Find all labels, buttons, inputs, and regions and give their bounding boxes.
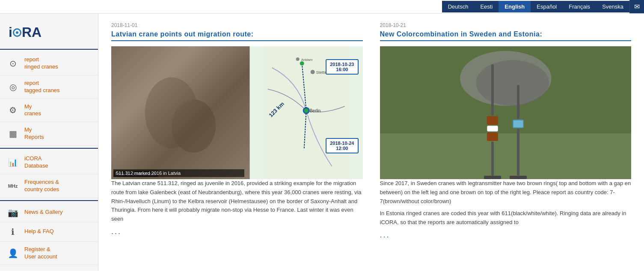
lang-english[interactable]: English [499, 1, 531, 12]
sidebar-label-my-cranes: Mycranes [24, 103, 41, 118]
sidebar-item-report-tagged[interactable]: ◎ reporttagged cranes [0, 75, 98, 99]
article-latvian-crane: 2018-11-01 Latvian crane points out migr… [111, 22, 363, 240]
help-faq-icon: ℹ [6, 227, 19, 237]
sidebar-label-my-reports: MyReports [24, 126, 44, 141]
article-1-title: Latvian crane points out migration route… [111, 30, 363, 41]
map-label: 511.312 marked 2016 in Latvia [116, 171, 181, 176]
article-sweden-estonia: 2018-10-21 New Colorcombination in Swede… [380, 22, 632, 240]
crane-photo: Foto: G. Schlotzhauer [111, 46, 249, 179]
sidebar-item-news-gallery[interactable]: 📷 News & Gallery [0, 203, 98, 222]
lang-svenska[interactable]: Svenska [596, 1, 629, 12]
article-2-image [380, 46, 632, 179]
lang-francais[interactable]: Français [563, 1, 596, 12]
top-bar: Deutsch Eesti English Español Français S… [0, 0, 644, 14]
article-2-more[interactable]: ... [380, 231, 632, 240]
lang-espanol[interactable]: Español [531, 1, 563, 12]
map-date-2: 2018-10-24 [330, 141, 354, 146]
sidebar-label-icora-db: iCORADatabase [24, 155, 48, 170]
sidebar-divider-2 [0, 200, 98, 201]
frequences-icon: MHz [6, 183, 19, 189]
svg-point-5 [311, 70, 315, 74]
my-cranes-icon: ⚙ [6, 105, 19, 115]
sidebar-item-my-cranes[interactable]: ⚙ Mycranes [0, 99, 98, 123]
map-info-label: 511.312 marked 2016 in Latvia [113, 169, 244, 177]
sidebar-label-frequences: Frequences &country codes [24, 179, 59, 193]
main-content: 2018-11-01 Latvian crane points out migr… [98, 14, 644, 271]
article-1-image: Foto: G. Schlotzhauer 511.312 marked 201… [111, 46, 363, 179]
lang-eesti[interactable]: Eesti [474, 1, 499, 12]
article-2-text1: Since 2017, in Sweden cranes with legtra… [380, 179, 632, 206]
map-time-1: 16:00 [336, 67, 348, 72]
article-1-date: 2018-11-01 [111, 22, 363, 28]
article-2-text2: In Estonia ringed cranes are coded this … [380, 209, 632, 227]
sidebar-divider-top [0, 49, 98, 50]
sidebar-item-my-reports[interactable]: ▦ MyReports [0, 122, 98, 146]
articles-grid: 2018-11-01 Latvian crane points out migr… [111, 22, 631, 240]
sidebar: iRA ⊙ reportringed cranes ◎ reporttagged… [0, 14, 98, 271]
svg-text:Anklam: Anklam [301, 58, 313, 62]
language-bar: Deutsch Eesti English Español Français S… [442, 1, 629, 12]
icora-db-icon: 📊 [6, 158, 19, 167]
map-area: Berlin Stettin Anklam [249, 46, 362, 179]
my-reports-icon: ▦ [6, 129, 19, 139]
map-time-2: 12:00 [336, 146, 348, 151]
news-gallery-icon: 📷 [6, 207, 19, 218]
article-2-date: 2018-10-21 [380, 22, 632, 28]
svg-point-1 [172, 99, 216, 153]
sidebar-divider-mid [0, 148, 98, 149]
sidebar-item-register[interactable]: 👤 Register &User account [0, 242, 98, 265]
map-date-box-2: 2018-10-24 12:00 [326, 138, 358, 153]
map-date-box-1: 2018-10-23 16:00 [326, 59, 358, 75]
svg-point-11 [300, 61, 304, 66]
sidebar-item-help-faq[interactable]: ℹ Help & FAQ [0, 222, 98, 242]
logo-o-icon [13, 28, 21, 37]
sidebar-label-help-faq: Help & FAQ [24, 228, 54, 235]
article-1-text: The Latvian crane 511.312, ringed as juv… [111, 179, 363, 224]
lang-deutsch[interactable]: Deutsch [442, 1, 475, 12]
sidebar-label-report-ringed: reportringed cranes [24, 56, 58, 71]
map-date-1: 2018-10-23 [330, 62, 354, 67]
mail-icon[interactable]: ✉ [629, 0, 644, 13]
article-1-more[interactable]: ... [111, 227, 363, 236]
sidebar-item-frequences[interactable]: MHz Frequences &country codes [0, 174, 98, 198]
article-2-title: New Colorcombination in Sweden and Eston… [380, 30, 632, 41]
sidebar-label-news-gallery: News & Gallery [24, 209, 63, 216]
main-layout: iRA ⊙ reportringed cranes ◎ reporttagged… [0, 14, 644, 271]
ringed-cranes-icon: ⊙ [6, 58, 19, 69]
svg-point-12 [304, 108, 309, 113]
sidebar-item-icora-db[interactable]: 📊 iCORADatabase [0, 151, 98, 174]
sidebar-label-register: Register &User account [24, 246, 57, 261]
sidebar-label-report-tagged: reporttagged cranes [24, 80, 59, 94]
register-icon: 👤 [6, 248, 19, 258]
svg-text:Berlin: Berlin [310, 108, 321, 113]
svg-point-7 [296, 57, 300, 61]
sidebar-item-report-ringed[interactable]: ⊙ reportringed cranes [0, 52, 98, 75]
logo: iRA [0, 18, 98, 47]
tagged-cranes-icon: ◎ [6, 82, 19, 92]
